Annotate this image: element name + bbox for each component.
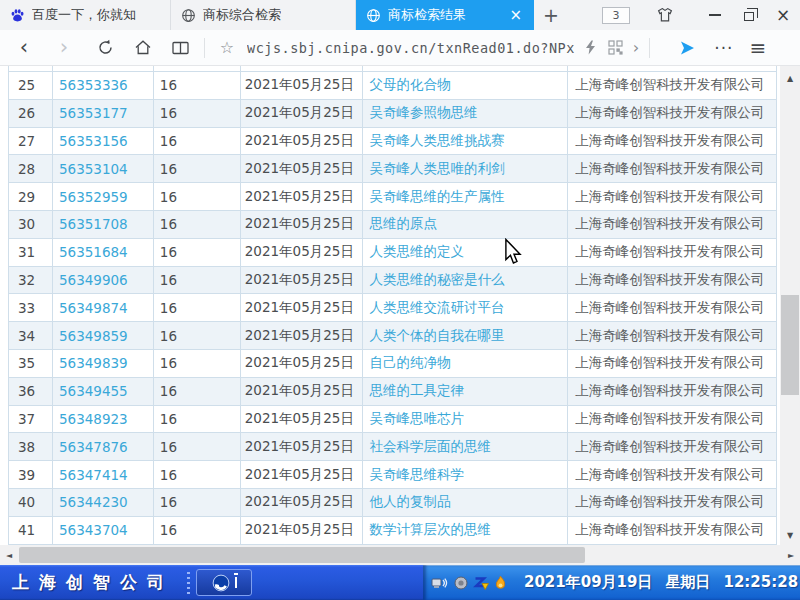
- application-date: 2021年05月25日: [241, 211, 363, 238]
- table-row: 35 56349839 16 2021年05月25日 自己的纯净物 上海奇峰创智…: [9, 350, 777, 378]
- back-button[interactable]: ‹: [12, 30, 36, 66]
- skin-shirt-icon[interactable]: [656, 7, 674, 23]
- applicant-name: 上海奇峰创智科技开发有限公司: [568, 100, 777, 127]
- horizontal-scrollbar[interactable]: ◄ ►: [0, 545, 800, 565]
- row-number: 28: [9, 155, 53, 182]
- trademark-name-link[interactable]: 吴奇峰人类思唯的利剑: [363, 155, 569, 182]
- new-tab-button[interactable]: +: [534, 0, 568, 30]
- expand-chevron-icon[interactable]: ›: [633, 30, 639, 66]
- applicant-name: 上海奇峰创智科技开发有限公司: [568, 461, 777, 488]
- table-row: 34 56349859 16 2021年05月25日 人类个体的自我在哪里 上海…: [9, 322, 777, 350]
- trademark-name-link[interactable]: 人类思维交流研讨平台: [363, 294, 569, 321]
- window-controls: 3 ×: [602, 0, 800, 30]
- trademark-name-link[interactable]: 吴奇峰思维科学: [363, 461, 569, 488]
- scroll-down-arrow[interactable]: ▼: [780, 527, 800, 543]
- trademark-name-link[interactable]: 数学计算层次的思维: [363, 517, 569, 544]
- clock-time: 12:25:28: [724, 573, 799, 592]
- applicant-name: 上海奇峰创智科技开发有限公司: [568, 267, 777, 294]
- table-row: 25 56353336 16 2021年05月25日 父母的化合物 上海奇峰创智…: [9, 72, 777, 100]
- trademark-name-link[interactable]: 思维的原点: [363, 211, 569, 238]
- vertical-scrollbar[interactable]: ▲ ▼: [780, 66, 800, 545]
- baidu-paw-icon: [10, 8, 25, 23]
- application-number-link[interactable]: 56349874: [53, 294, 154, 321]
- taskbar-clock[interactable]: 2021年09月19日 星期日 12:25:28: [524, 573, 798, 592]
- application-date: 2021年05月25日: [241, 267, 363, 294]
- trademark-name-link[interactable]: 父母的化合物: [363, 72, 569, 99]
- reading-mode-icon[interactable]: [166, 30, 194, 66]
- trademark-name-link[interactable]: 吴奇峰人类思维挑战赛: [363, 128, 569, 155]
- trademark-name-link[interactable]: 社会科学层面的思维: [363, 433, 569, 460]
- trademark-name-link[interactable]: 思维的工具定律: [363, 378, 569, 405]
- application-number-link[interactable]: 56349839: [53, 350, 154, 377]
- class-number: 16: [154, 100, 241, 127]
- more-menu-button[interactable]: ···: [714, 30, 733, 66]
- clock-weekday: 星期日: [666, 573, 711, 592]
- tab-baidu[interactable]: 百度一下，你就知: [0, 0, 171, 30]
- application-number-link[interactable]: 56347876: [53, 433, 154, 460]
- row-number: 36: [9, 378, 53, 405]
- application-number-link[interactable]: 56348923: [53, 406, 154, 433]
- trademark-name-link[interactable]: 人类思维的定义: [363, 239, 569, 266]
- row-number: 39: [9, 461, 53, 488]
- application-number-link[interactable]: 56353104: [53, 155, 154, 182]
- toolbar-divider: [204, 38, 205, 58]
- vertical-scrollbar-thumb[interactable]: [781, 295, 799, 395]
- taskbar-browser-button[interactable]: [196, 569, 252, 596]
- trademark-name-link[interactable]: 人类思维的秘密是什么: [363, 267, 569, 294]
- scroll-up-arrow[interactable]: ▲: [780, 70, 800, 86]
- trademark-name-link[interactable]: 吴奇峰思唯芯片: [363, 406, 569, 433]
- trademark-name-link[interactable]: 他人的复制品: [363, 489, 569, 516]
- volume-icon[interactable]: [453, 575, 469, 591]
- hamburger-menu-button[interactable]: ≡: [749, 30, 766, 66]
- home-button[interactable]: [130, 30, 156, 66]
- table-row: 39 56347414 16 2021年05月25日 吴奇峰思维科学 上海奇峰创…: [9, 461, 777, 489]
- class-number: 16: [154, 461, 241, 488]
- restore-button[interactable]: [732, 0, 766, 30]
- play-extension-icon[interactable]: [678, 30, 696, 66]
- application-number-link[interactable]: 56353156: [53, 128, 154, 155]
- table-row: 41 56343704 16 2021年05月25日 数学计算层次的思维 上海奇…: [9, 517, 777, 545]
- applicant-name: 上海奇峰创智科技开发有限公司: [568, 239, 777, 266]
- flame-icon[interactable]: [493, 575, 508, 591]
- refresh-button[interactable]: [92, 30, 118, 66]
- qr-code-icon[interactable]: [608, 30, 623, 66]
- minimize-button[interactable]: [698, 0, 732, 30]
- zonealarm-icon[interactable]: [473, 575, 489, 591]
- applicant-name: 上海奇峰创智科技开发有限公司: [568, 378, 777, 405]
- tab-close-icon[interactable]: ×: [507, 8, 524, 23]
- class-number: 16: [154, 378, 241, 405]
- row-number: 37: [9, 406, 53, 433]
- application-number-link[interactable]: 56344230: [53, 489, 154, 516]
- application-number-link[interactable]: 56353336: [53, 72, 154, 99]
- scroll-right-arrow[interactable]: ►: [782, 545, 800, 565]
- application-number-link[interactable]: 56351684: [53, 239, 154, 266]
- browser-tab-bar: 百度一下，你就知 商标综合检索 商标检索结果 × + 3 ×: [0, 0, 800, 30]
- application-number-link[interactable]: 56351708: [53, 211, 154, 238]
- forward-button[interactable]: ›: [52, 30, 76, 66]
- application-number-link[interactable]: 56349906: [53, 267, 154, 294]
- close-window-button[interactable]: ×: [766, 0, 800, 30]
- trademark-name-link[interactable]: 吴奇峰参照物思维: [363, 100, 569, 127]
- scroll-left-arrow[interactable]: ◄: [0, 545, 18, 565]
- application-number-link[interactable]: 56347414: [53, 461, 154, 488]
- table-row: 27 56353156 16 2021年05月25日 吴奇峰人类思维挑战赛 上海…: [9, 128, 777, 156]
- tab-trademark-results-active[interactable]: 商标检索结果 ×: [356, 0, 534, 30]
- application-number-link[interactable]: 56343704: [53, 517, 154, 544]
- application-number-link[interactable]: 56349859: [53, 322, 154, 349]
- application-number-link[interactable]: 56352959: [53, 183, 154, 210]
- lightning-icon[interactable]: [585, 30, 596, 66]
- network-monitor-icon[interactable]: [431, 575, 449, 591]
- application-number-link[interactable]: 56349455: [53, 378, 154, 405]
- table-row: 28 56353104 16 2021年05月25日 吴奇峰人类思唯的利剑 上海…: [9, 155, 777, 183]
- trademark-name-link[interactable]: 人类个体的自我在哪里: [363, 322, 569, 349]
- tab-trademark-search[interactable]: 商标综合检索: [171, 0, 356, 30]
- tab-count-badge[interactable]: 3: [602, 7, 630, 24]
- restore-icon: [744, 12, 754, 21]
- bookmark-star-icon[interactable]: ☆: [215, 30, 239, 66]
- horizontal-scrollbar-thumb[interactable]: [19, 547, 585, 563]
- table-row: 31 56351684 16 2021年05月25日 人类思维的定义 上海奇峰创…: [9, 239, 777, 267]
- address-bar-url[interactable]: wcjs.sbj.cnipa.gov.cn/txnRead01.do?NPx: [247, 40, 575, 56]
- trademark-name-link[interactable]: 吴奇峰思维的生产属性: [363, 183, 569, 210]
- trademark-name-link[interactable]: 自己的纯净物: [363, 350, 569, 377]
- application-number-link[interactable]: 56353177: [53, 100, 154, 127]
